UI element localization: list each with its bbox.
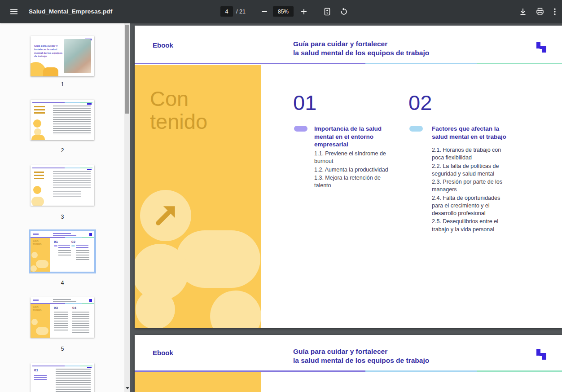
blue-pill: [71, 245, 75, 247]
title-line-mark: [53, 235, 76, 236]
pdf-toolbar: Salud_Mental_Empresas.pdf / 21 85%: [0, 0, 562, 23]
cream-blob: [31, 265, 37, 272]
header-gradient-rule: [135, 370, 562, 372]
header-rule: [32, 167, 92, 168]
section-2-heading: Factores que afectan la salud mental en …: [432, 125, 508, 141]
print-icon[interactable]: [533, 5, 546, 18]
thumbnail-page-3[interactable]: [31, 165, 94, 206]
ebook-label-mark: [33, 233, 39, 235]
section-number: 04: [72, 306, 76, 310]
logo-mark: [87, 367, 92, 368]
thumbnail-page-1[interactable]: Guía para cuidar y fortalecer la salud m…: [31, 36, 94, 76]
more-options-icon[interactable]: [548, 5, 561, 18]
cream-blob: [36, 327, 48, 335]
section-2-items: 2.1. Horarios de trabajo con poca flexib…: [432, 146, 509, 234]
company-logo-icon: [536, 42, 547, 54]
toc-item: 1.2. Aumenta la productividad: [314, 166, 392, 174]
text-lines: [56, 369, 91, 392]
cream-blob: [31, 252, 38, 258]
ebook-label: Ebook: [153, 41, 173, 49]
toolbar-divider: [253, 7, 253, 16]
thumbnail-page-number: 2: [31, 147, 94, 154]
thumbnail-page-number: 1: [31, 81, 94, 88]
pdf-page-4: Ebook Guía para cuidar y fortalecer la s…: [135, 26, 562, 328]
menu-icon[interactable]: [7, 5, 20, 18]
text-lines: [53, 191, 81, 198]
toc-item: 2.1. Horarios de trabajo con poca flexib…: [432, 146, 509, 162]
text-lines: [58, 250, 71, 256]
gold-text-lines: [34, 172, 44, 179]
toc-item: 1.3. Mejora la retención de talento: [314, 174, 392, 190]
title-line-mark: [53, 233, 71, 234]
page-number-input[interactable]: [220, 6, 233, 17]
sidebar-scrollbar-thumb[interactable]: [125, 25, 129, 114]
purple-pill: [54, 245, 57, 247]
header-rule: [32, 366, 92, 366]
section-number: 02: [71, 240, 75, 244]
logo-mark: [89, 299, 92, 302]
contenido-word: Contenido: [33, 305, 42, 312]
text-lines: [76, 250, 89, 261]
cover-photo: [64, 39, 91, 73]
thumbnail-page-number: 3: [31, 214, 94, 220]
page-count-label: / 21: [236, 0, 246, 23]
section-1-heading: Importancia de la salud mental en el ent…: [314, 125, 391, 149]
thumbnail-page-4[interactable]: Contenido 01 02: [31, 231, 94, 272]
pdf-page-5: Ebook Guía para cuidar y fortalecer la s…: [135, 335, 562, 392]
text-lines: [53, 171, 91, 188]
cream-blob: [136, 290, 175, 328]
section-number: 03: [54, 306, 58, 310]
scroll-down-icon[interactable]: [124, 384, 130, 392]
up-right-arrow-icon: [140, 190, 191, 241]
toc-item: 2.4. Falta de oportunidades para el crec…: [432, 194, 509, 218]
text-lines: [72, 312, 89, 333]
section-2-bullet: [409, 126, 423, 132]
cream-blob: [210, 291, 261, 328]
contenido-panel: [135, 372, 261, 392]
yellow-blob: [31, 135, 45, 140]
ebook-label-mark: [33, 300, 39, 301]
yellow-blob: [43, 67, 58, 76]
fit-to-page-icon[interactable]: [321, 5, 334, 18]
thumbnail-sidebar: Guía para cuidar y fortalecer la salud m…: [0, 23, 130, 392]
section-number: 01: [54, 240, 58, 244]
text-lines: [54, 312, 68, 330]
header-gradient-rule: [135, 63, 562, 64]
thumbnail-page-2[interactable]: [31, 100, 94, 140]
page-header-title: Guía para cuidar y fortalecer la salud m…: [293, 40, 429, 57]
logo-mark: [89, 233, 92, 236]
toolbar-divider: [314, 7, 314, 16]
pdf-viewer-window: Salud_Mental_Empresas.pdf / 21 85%: [0, 0, 562, 392]
toc-item: 1.1. Previene el síndrome de burnout: [314, 150, 392, 166]
thumbnail-page-number: 5: [31, 346, 94, 352]
gold-text-lines: [34, 106, 45, 114]
zoom-out-icon[interactable]: [258, 5, 271, 18]
section-number: 01: [34, 369, 38, 372]
title-line-mark: [53, 299, 71, 300]
document-viewport[interactable]: Ebook Guía para cuidar y fortalecer la s…: [130, 23, 562, 392]
heading-lines: [76, 245, 88, 248]
download-icon[interactable]: [516, 5, 529, 18]
zoom-level-value[interactable]: 85%: [273, 6, 294, 17]
thumbnail-page-number: 4: [31, 280, 94, 286]
section-1-number: 01: [293, 92, 316, 113]
company-logo-icon: [536, 349, 547, 361]
cover-title: Guía para cuidar y fortalecer la salud m…: [34, 44, 64, 58]
title-line-mark: [53, 301, 76, 302]
toc-item: 2.2. La falta de políticas de seguridad …: [432, 163, 509, 178]
yellow-blob: [33, 119, 41, 128]
rotate-icon[interactable]: [337, 5, 350, 18]
cream-blob: [31, 319, 38, 325]
cream-blob: [31, 197, 44, 206]
logo-mark: [87, 169, 92, 170]
section-2-number: 02: [408, 92, 432, 113]
toc-item: 2.3. Presión por parte de los managers: [432, 178, 509, 194]
page-header-title: Guía para cuidar y fortalecer la salud m…: [293, 347, 429, 365]
cream-blob: [36, 260, 48, 268]
zoom-in-icon[interactable]: [297, 5, 310, 18]
contenido-word: Contenido: [33, 239, 42, 246]
thumbnail-page-5[interactable]: Contenido 03 04: [31, 297, 94, 338]
cream-blob: [176, 230, 260, 288]
thumbnail-page-6[interactable]: 01: [31, 363, 94, 392]
header-rule: [32, 102, 92, 103]
